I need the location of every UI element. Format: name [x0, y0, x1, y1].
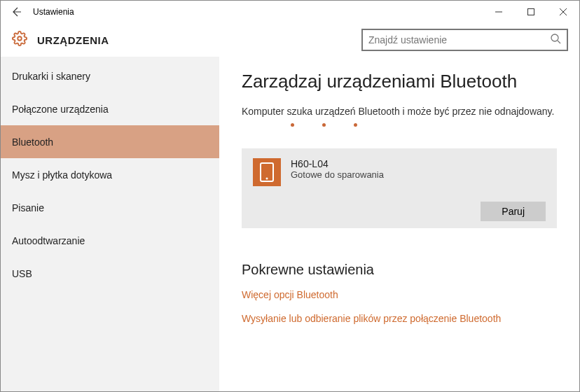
progress-dot — [322, 123, 326, 127]
scan-status-text: Komputer szuka urządzeń Bluetooth i może… — [242, 105, 557, 119]
progress-dot — [291, 123, 294, 127]
sidebar-item-label: Autoodtwarzanie — [12, 235, 85, 246]
minimize-icon — [495, 8, 502, 15]
sidebar-item-printers[interactable]: Drukarki i skanery — [1, 59, 219, 92]
minimize-button[interactable] — [483, 1, 515, 23]
device-name: H60-L04 — [291, 158, 384, 169]
sidebar: Drukarki i skanery Połączone urządzenia … — [1, 57, 219, 391]
maximize-button[interactable] — [515, 1, 547, 23]
sidebar-item-mouse-touchpad[interactable]: Mysz i płytka dotykowa — [1, 158, 219, 191]
gear-icon — [12, 31, 27, 49]
svg-point-4 — [266, 177, 268, 179]
close-button[interactable] — [547, 1, 579, 23]
link-send-receive-files[interactable]: Wysyłanie lub odbieranie plików przez po… — [242, 313, 557, 324]
search-icon — [550, 33, 561, 47]
search-input[interactable] — [368, 34, 550, 46]
titlebar: Ustawienia — [1, 1, 579, 23]
content: Zarządzaj urządzeniami Bluetooth Kompute… — [219, 57, 579, 391]
arrow-left-icon — [11, 6, 22, 18]
sidebar-item-autoplay[interactable]: Autoodtwarzanie — [1, 224, 219, 257]
device-status: Gotowe do sparowania — [291, 169, 384, 180]
pair-button[interactable]: Paruj — [481, 202, 546, 221]
sidebar-item-label: USB — [12, 268, 32, 279]
header-title: URZĄDZENIA — [37, 34, 109, 46]
window-title: Ustawienia — [33, 7, 74, 17]
search-box[interactable] — [361, 29, 568, 51]
sidebar-item-label: Drukarki i skanery — [12, 71, 90, 82]
sidebar-item-label: Pisanie — [12, 202, 44, 214]
close-icon — [560, 8, 567, 15]
device-card[interactable]: H60-L04 Gotowe do sparowania Paruj — [242, 148, 557, 228]
progress-dots — [242, 123, 557, 137]
header: URZĄDZENIA — [1, 23, 579, 57]
maximize-icon — [527, 8, 534, 15]
page-title: Zarządzaj urządzeniami Bluetooth — [242, 71, 557, 92]
svg-point-1 — [18, 36, 22, 41]
link-more-bluetooth-options[interactable]: Więcej opcji Bluetooth — [242, 289, 557, 300]
sidebar-item-label: Połączone urządzenia — [12, 104, 109, 115]
back-button[interactable] — [9, 5, 23, 19]
sidebar-item-typing[interactable]: Pisanie — [1, 191, 219, 224]
progress-dot — [354, 123, 357, 127]
sidebar-item-connected-devices[interactable]: Połączone urządzenia — [1, 92, 219, 125]
sidebar-item-bluetooth[interactable]: Bluetooth — [1, 125, 219, 158]
svg-point-2 — [551, 34, 558, 41]
svg-rect-0 — [528, 9, 534, 15]
sidebar-item-label: Bluetooth — [12, 136, 53, 148]
phone-icon — [253, 158, 281, 186]
sidebar-item-usb[interactable]: USB — [1, 257, 219, 290]
related-heading: Pokrewne ustawienia — [242, 262, 557, 278]
sidebar-item-label: Mysz i płytka dotykowa — [12, 169, 112, 181]
